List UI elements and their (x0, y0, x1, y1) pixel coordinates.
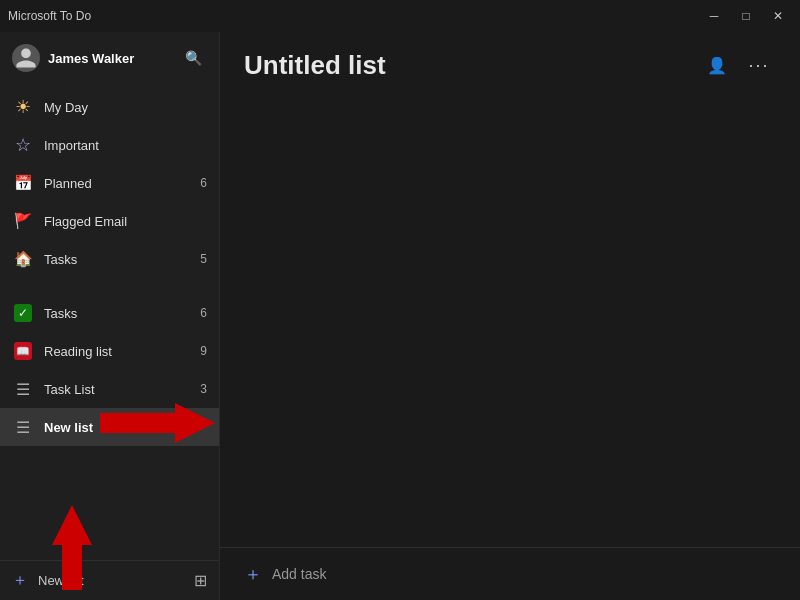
more-icon: ··· (748, 55, 769, 76)
sidebar-header: James Walker 🔍 (0, 32, 219, 84)
add-task-label: Add task (272, 566, 326, 582)
sidebar-item-tasks[interactable]: 🏠 Tasks 5 (0, 240, 219, 278)
search-button[interactable]: 🔍 (179, 44, 207, 72)
sidebar-item-reading-list[interactable]: 📖 Reading list 9 (0, 332, 219, 370)
sidebar-item-label: Tasks (44, 306, 196, 321)
sidebar-item-label: Reading list (44, 344, 196, 359)
task-list-body (220, 90, 800, 547)
sidebar-nav: ☀ My Day ☆ Important 📅 Planned 6 🚩 Flagg… (0, 84, 219, 560)
maximize-button[interactable]: □ (732, 6, 760, 26)
minimize-button[interactable]: ─ (700, 6, 728, 26)
sidebar-item-label: My Day (44, 100, 207, 115)
add-icon: ＋ (244, 562, 262, 586)
important-icon: ☆ (12, 134, 34, 156)
avatar (12, 44, 40, 72)
flagged-email-icon: 🚩 (12, 210, 34, 232)
sidebar-item-label: Flagged Email (44, 214, 207, 229)
planned-badge: 6 (200, 176, 207, 190)
reading-list-badge: 9 (200, 344, 207, 358)
sidebar-item-flagged-email[interactable]: 🚩 Flagged Email (0, 202, 219, 240)
new-list-label: New list (38, 573, 194, 588)
sidebar-item-tasks-green[interactable]: ✓ Tasks 6 (0, 294, 219, 332)
tasks-green-icon: ✓ (12, 302, 34, 324)
planned-icon: 📅 (12, 172, 34, 194)
sidebar-item-task-list[interactable]: ☰ Task List 3 (0, 370, 219, 408)
sidebar-item-planned[interactable]: 📅 Planned 6 (0, 164, 219, 202)
sidebar-item-label: Important (44, 138, 207, 153)
titlebar: Microsoft To Do ─ □ ✕ (0, 0, 800, 32)
app-title: Microsoft To Do (8, 9, 91, 23)
page-title: Untitled list (244, 50, 386, 81)
my-day-icon: ☀ (12, 96, 34, 118)
sidebar-item-new-list[interactable]: ☰ New list (0, 408, 219, 446)
task-list-icon: ☰ (12, 378, 34, 400)
new-list-action-icon: ⊞ (194, 571, 207, 590)
tasks-badge: 5 (200, 252, 207, 266)
window-controls: ─ □ ✕ (700, 6, 792, 26)
sidebar-item-my-day[interactable]: ☀ My Day (0, 88, 219, 126)
sidebar-item-important[interactable]: ☆ Important (0, 126, 219, 164)
task-list-badge: 3 (200, 382, 207, 396)
username: James Walker (48, 51, 134, 66)
share-icon: 👤 (707, 56, 727, 75)
close-button[interactable]: ✕ (764, 6, 792, 26)
sidebar: James Walker 🔍 ☀ My Day ☆ Important 📅 Pl… (0, 32, 220, 600)
new-list-icon: ☰ (12, 416, 34, 438)
share-button[interactable]: 👤 (700, 48, 734, 82)
plus-icon: ＋ (12, 570, 28, 591)
tasks-green-badge: 6 (200, 306, 207, 320)
user-info: James Walker (12, 44, 134, 72)
main-content: Untitled list 👤 ··· ＋ Add task (220, 32, 800, 600)
sidebar-item-label: Task List (44, 382, 196, 397)
new-list-button[interactable]: ＋ New list ⊞ (0, 560, 219, 600)
more-options-button[interactable]: ··· (742, 48, 776, 82)
sidebar-item-label: New list (44, 420, 207, 435)
main-actions: 👤 ··· (700, 48, 776, 82)
reading-list-icon: 📖 (12, 340, 34, 362)
add-task-bar[interactable]: ＋ Add task (220, 547, 800, 600)
section-divider (0, 282, 219, 290)
sidebar-item-label: Planned (44, 176, 196, 191)
sidebar-item-label: Tasks (44, 252, 196, 267)
tasks-icon: 🏠 (12, 248, 34, 270)
app-container: James Walker 🔍 ☀ My Day ☆ Important 📅 Pl… (0, 32, 800, 600)
main-header: Untitled list 👤 ··· (220, 32, 800, 90)
